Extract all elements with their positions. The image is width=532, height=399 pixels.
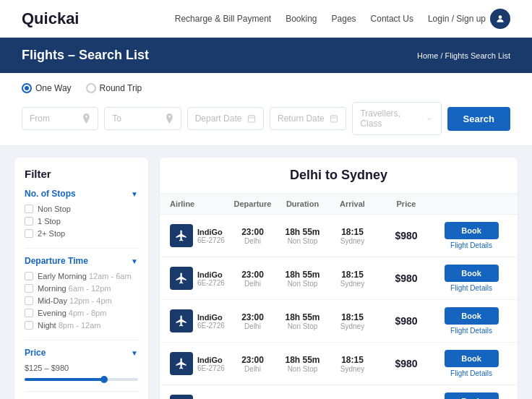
arrival-time: 18:15 xyxy=(327,270,377,280)
svg-point-0 xyxy=(499,15,502,19)
checkbox-nonstop[interactable] xyxy=(25,205,33,213)
radio-one-way-dot xyxy=(22,83,32,93)
action-cell: Book Flight Details xyxy=(435,307,507,335)
checkbox-early-morning[interactable] xyxy=(25,272,33,280)
airline-info: IndiGo 6E-2726 xyxy=(197,356,225,372)
arrival-city: Sydney xyxy=(327,322,377,330)
airline-cell: IndiGo 6E-2726 xyxy=(170,395,228,399)
duration-time: 18h 55m xyxy=(278,270,327,280)
logo: Quickai xyxy=(22,9,79,28)
filter-midday[interactable]: Mid-Day 12pm - 4pm xyxy=(25,296,138,305)
airline-code: 6E-2726 xyxy=(197,236,225,244)
slider-thumb[interactable] xyxy=(100,376,108,383)
departure-city: Delhi xyxy=(228,322,278,330)
search-inputs: From To Depart Date Return Date Travelle… xyxy=(22,102,510,135)
svg-rect-1 xyxy=(249,116,255,122)
arrival-time: 18:15 xyxy=(327,312,377,322)
price-slider[interactable] xyxy=(25,378,138,381)
filter-evening[interactable]: Evening 4pm - 8pm xyxy=(25,309,138,317)
book-button[interactable]: Book xyxy=(445,222,499,239)
search-section: One Way Round Trip From To Depart Date R… xyxy=(0,73,532,146)
chevron-down-icon-2: ▼ xyxy=(131,257,138,265)
filter-night[interactable]: Night 8pm - 12am xyxy=(25,321,138,330)
price-cell: $980 xyxy=(377,230,435,241)
header: Quickai Recharge & Bill Payment Booking … xyxy=(0,0,532,38)
filter-option-1stop[interactable]: 1 Stop xyxy=(25,217,138,226)
action-cell: Book Flight Details xyxy=(435,222,507,249)
checkbox-morning[interactable] xyxy=(25,284,33,293)
depart-date-input[interactable]: Depart Date xyxy=(187,107,264,130)
radio-one-way[interactable]: One Way xyxy=(22,83,72,93)
airline-name: IndiGo xyxy=(197,313,225,322)
filter-morning[interactable]: Morning 6am - 12pm xyxy=(25,284,138,293)
book-button[interactable]: Book xyxy=(445,265,499,282)
nav-booking[interactable]: Booking xyxy=(286,14,317,24)
duration-sub: Non Stop xyxy=(278,322,327,330)
nav-contact[interactable]: Contact Us xyxy=(371,14,413,24)
airline-code: 6E-2726 xyxy=(197,322,225,330)
flight-details-link[interactable]: Flight Details xyxy=(450,284,492,292)
radio-round-trip[interactable]: Round Trip xyxy=(86,83,142,93)
checkbox-midday[interactable] xyxy=(25,296,33,305)
filter-price-header[interactable]: Price ▼ xyxy=(25,348,138,358)
return-date-input[interactable]: Return Date xyxy=(270,107,346,130)
results-box: Delhi to Sydney Airline Departure Durati… xyxy=(160,158,518,399)
checkbox-night[interactable] xyxy=(25,321,33,330)
price-range: $125 – $980 xyxy=(25,364,138,372)
travellers-input[interactable]: Travellers, Class xyxy=(352,102,441,135)
book-button[interactable]: Book xyxy=(445,350,499,367)
duration-cell: 18h 55m Non Stop xyxy=(278,270,327,288)
nav-pages[interactable]: Pages xyxy=(332,14,356,24)
main-nav: Recharge & Bill Payment Booking Pages Co… xyxy=(175,9,510,29)
arrival-city: Sydney xyxy=(327,365,377,373)
to-input[interactable]: To xyxy=(104,107,181,130)
action-cell: Book Flight Details xyxy=(435,265,507,292)
filter-stops-header[interactable]: No. of Stops ▼ xyxy=(25,189,138,199)
book-button[interactable]: Book xyxy=(445,307,499,325)
arrival-city: Sydney xyxy=(327,280,377,288)
departure-city: Delhi xyxy=(228,280,278,288)
departure-city: Delhi xyxy=(228,237,278,245)
arrival-time: 18:15 xyxy=(327,355,377,365)
airline-code: 6E-2726 xyxy=(197,364,225,372)
airline-cell: IndiGo 6E-2726 xyxy=(170,224,228,247)
price-cell: $980 xyxy=(377,273,435,284)
from-input[interactable]: From xyxy=(22,107,98,130)
checkbox-1stop[interactable] xyxy=(25,217,33,226)
duration-time: 18h 55m xyxy=(278,355,327,365)
price-cell: $980 xyxy=(377,358,435,369)
duration-time: 18h 55m xyxy=(278,312,327,322)
filter-option-nonstop[interactable]: Non Stop xyxy=(25,205,138,213)
departure-time: 23:00 xyxy=(228,227,278,237)
filter-departure-header[interactable]: Departure Time ▼ xyxy=(25,256,138,266)
price-value: $980 xyxy=(377,315,435,327)
page-title: Flights – Search List xyxy=(22,48,149,63)
airline-cell: IndiGo 6E-2726 xyxy=(170,309,228,332)
filter-option-2stop[interactable]: 2+ Stop xyxy=(25,229,138,238)
action-cell: Book Flight Details xyxy=(435,350,507,377)
flight-details-link[interactable]: Flight Details xyxy=(450,369,492,377)
departure-cell: 23:00 Delhi xyxy=(228,270,278,288)
departure-cell: 23:00 Delhi xyxy=(228,312,278,330)
checkbox-2stop[interactable] xyxy=(25,229,33,238)
flight-details-link[interactable]: Flight Details xyxy=(450,241,492,249)
checkbox-evening[interactable] xyxy=(25,309,33,317)
airline-logo xyxy=(170,224,193,247)
arrival-cell: 18:15 Sydney xyxy=(327,270,377,288)
col-airline: Airline xyxy=(170,200,228,208)
chevron-down-icon-3: ▼ xyxy=(131,349,138,357)
filter-early-morning[interactable]: Early Morning 12am - 6am xyxy=(25,272,138,280)
table-row: IndiGo 6E-2726 23:00 Delhi 18h 55m Non S… xyxy=(160,215,518,257)
col-arrival: Arrival xyxy=(327,200,377,208)
arrival-time: 18:15 xyxy=(327,227,377,237)
filter-departure-label: Departure Time xyxy=(25,256,88,266)
search-button[interactable]: Search xyxy=(447,107,510,131)
flight-details-link[interactable]: Flight Details xyxy=(450,327,492,335)
col-action xyxy=(435,200,507,208)
nav-login[interactable]: Login / Sign up xyxy=(428,9,510,29)
book-button[interactable]: Book xyxy=(445,392,499,399)
nav-recharge[interactable]: Recharge & Bill Payment xyxy=(175,14,271,24)
airline-logo xyxy=(170,309,193,332)
svg-rect-5 xyxy=(331,116,338,122)
col-departure: Departure xyxy=(228,200,278,208)
